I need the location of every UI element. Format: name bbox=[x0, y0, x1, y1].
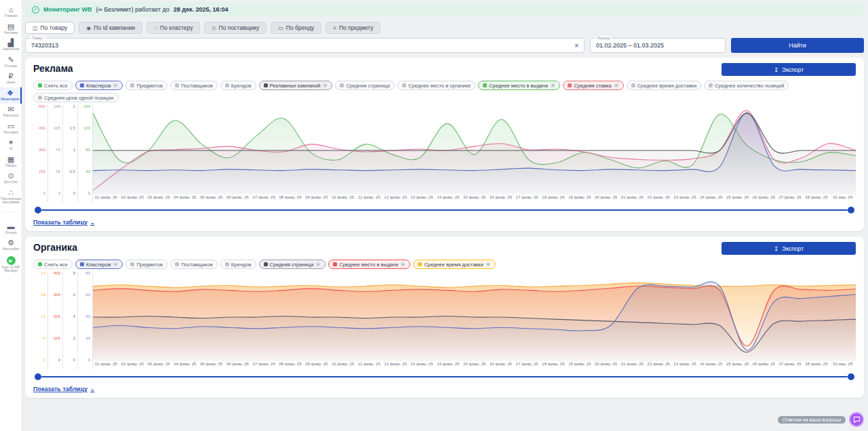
plot-area[interactable]: 01 февр. 2502 февр. 2503 февр. 2504 февр… bbox=[93, 272, 856, 369]
legend-swatch-icon bbox=[402, 83, 406, 87]
search-row: Товар * × Период Найти bbox=[25, 38, 864, 53]
tab-по-товару[interactable]: ◫По товару bbox=[25, 22, 75, 34]
chip-label: Среднее время доставки bbox=[424, 262, 483, 268]
remove-icon[interactable]: × bbox=[322, 83, 328, 88]
chip[interactable]: Поставщиков bbox=[170, 260, 218, 269]
y-axis: 806040200 bbox=[78, 272, 93, 369]
remove-icon[interactable]: × bbox=[614, 83, 619, 88]
sidebar-item-partners[interactable]: ∴Партнерская программа bbox=[0, 187, 22, 207]
sidebar-item-ads[interactable]: ▤Реклама bbox=[0, 21, 22, 38]
chip[interactable]: Снять все bbox=[33, 81, 73, 90]
legend-swatch-icon bbox=[175, 262, 179, 266]
slider-track[interactable] bbox=[41, 376, 848, 377]
sidebar-item-reviews[interactable]: ✎Отзывы bbox=[0, 54, 22, 71]
chip-label: Поставщиков bbox=[181, 83, 213, 89]
y-axis-tick: 35 bbox=[56, 169, 60, 173]
sidebar-item-label: Отзывы bbox=[5, 64, 17, 68]
chip[interactable]: Кластеров× bbox=[75, 260, 123, 269]
chip[interactable]: Средняя ставка× bbox=[563, 81, 623, 90]
chip[interactable]: Среднее количество позиций bbox=[704, 81, 789, 90]
chip[interactable]: Брендов bbox=[220, 81, 256, 90]
sidebar-item-prices[interactable]: ₽Цены bbox=[0, 70, 22, 87]
remove-icon[interactable]: × bbox=[315, 262, 321, 267]
chip[interactable]: Средняя цена одной позиции bbox=[33, 93, 119, 102]
sidebar-item-payment[interactable]: ▬Оплата bbox=[0, 221, 22, 238]
export-button-organika[interactable]: ↧ Экспорт bbox=[722, 242, 856, 255]
chip[interactable]: Снять все bbox=[33, 260, 73, 269]
period-input[interactable] bbox=[596, 42, 719, 49]
y-axis-tick: 8 bbox=[73, 271, 75, 275]
tab-по-предмету[interactable]: ≡По предмету bbox=[326, 22, 380, 34]
tab-label: По кластеру bbox=[160, 24, 193, 31]
show-table-link-reklama[interactable]: Показать таблицу ⌄ bbox=[33, 219, 95, 226]
mail-icon: ✉ bbox=[7, 106, 14, 113]
chip[interactable]: Среднее время доставки× bbox=[413, 260, 495, 269]
sidebar-item-access[interactable]: ⊙Доступы bbox=[0, 170, 22, 187]
chip[interactable]: Поставщиков bbox=[170, 81, 218, 90]
period-field[interactable]: Период bbox=[590, 38, 726, 53]
chip[interactable]: Предметов bbox=[125, 260, 167, 269]
sidebar-item-analytics[interactable]: ▟Аналитика bbox=[0, 37, 22, 54]
product-field[interactable]: Товар * × bbox=[25, 38, 585, 53]
clear-icon[interactable]: × bbox=[570, 42, 578, 49]
slider-handle-right[interactable] bbox=[848, 373, 854, 380]
sidebar-item-home[interactable]: ⌂Главная bbox=[0, 4, 22, 21]
x-axis-tick: 27 февр. 25 bbox=[777, 195, 804, 199]
export-button-reklama[interactable]: ↧ Экспорт bbox=[722, 63, 856, 76]
sidebar-item-mail[interactable]: ✉Рассылки bbox=[0, 104, 22, 121]
chip[interactable]: Среднее время доставки bbox=[627, 81, 701, 90]
tab-по-id-кампании[interactable]: ◉По Id кампании bbox=[79, 22, 142, 34]
y-axis-tick: 200 bbox=[54, 314, 60, 319]
sidebar-item-products[interactable]: ▦Товары bbox=[0, 154, 22, 171]
y-axis-tick: 0 bbox=[73, 358, 75, 362]
slider-track[interactable] bbox=[41, 209, 848, 211]
remove-icon[interactable]: × bbox=[113, 262, 118, 267]
x-axis-tick: 07 февр. 25 bbox=[251, 195, 277, 199]
plot-area[interactable]: 01 февр. 2502 февр. 2503 февр. 2504 февр… bbox=[93, 105, 856, 203]
show-table-link-organika[interactable]: Показать таблицу ⌄ bbox=[33, 386, 95, 392]
chevron-down-icon: ⌄ bbox=[90, 386, 95, 392]
sidebar-item-label: Курс по MP Manager bbox=[0, 266, 22, 273]
chip[interactable]: Среднее место в выдаче× bbox=[478, 81, 560, 90]
x-axis-tick: 16 февр. 25 bbox=[488, 195, 514, 199]
range-slider-reklama[interactable] bbox=[35, 205, 854, 215]
sidebar-item-course[interactable]: ▶Курс по MP Manager bbox=[0, 254, 22, 276]
remove-icon[interactable]: × bbox=[550, 83, 555, 88]
sidebar-item-supply[interactable]: ▭Поставки bbox=[0, 121, 22, 138]
tab-по-бренду[interactable]: ▭По бренду bbox=[271, 22, 321, 34]
sidebar: ⌂Главная▤Реклама▟Аналитика✎Отзывы₽Цены❖М… bbox=[0, 0, 22, 431]
analytics-icon: ▟ bbox=[8, 39, 14, 47]
chip[interactable]: Среднее место в органике bbox=[397, 81, 475, 90]
y-axis-tick: 105 bbox=[54, 126, 60, 130]
chip[interactable]: Средняя страница× bbox=[259, 260, 326, 269]
x-axis-tick: 04 февр. 25 bbox=[172, 195, 198, 199]
y-axis-tick: 0 bbox=[58, 358, 60, 362]
sidebar-item-settings[interactable]: ⚙Настройки bbox=[0, 237, 22, 254]
slider-handle-right[interactable] bbox=[848, 207, 854, 213]
sidebar-item-ai[interactable]: ✶AI bbox=[0, 137, 22, 154]
tab-по-поставщику[interactable]: ◇По поставщику bbox=[204, 22, 267, 34]
x-axis-tick: 04 февр. 25 bbox=[172, 362, 198, 366]
y-axis: 24181260 bbox=[33, 272, 48, 369]
slider-handle-left[interactable] bbox=[35, 373, 41, 380]
x-axis-tick: 14 февр. 25 bbox=[435, 362, 461, 366]
chat-button[interactable] bbox=[849, 412, 864, 427]
x-axis-tick: 12 февр. 25 bbox=[382, 195, 409, 199]
x-axis-tick: 17 февр. 25 bbox=[514, 362, 540, 366]
chip[interactable]: Средняя страница bbox=[335, 81, 395, 90]
remove-icon[interactable]: × bbox=[486, 262, 491, 267]
sidebar-item-monitoring[interactable]: ❖Мониторинг bbox=[0, 87, 22, 104]
chip[interactable]: Брендов bbox=[220, 260, 256, 269]
section-title-reklama: Реклама bbox=[33, 63, 73, 74]
find-button[interactable]: Найти bbox=[731, 38, 864, 53]
remove-icon[interactable]: × bbox=[400, 262, 406, 267]
product-input[interactable] bbox=[31, 42, 570, 49]
remove-icon[interactable]: × bbox=[113, 83, 118, 88]
chip[interactable]: Кластеров× bbox=[75, 81, 123, 90]
range-slider-organika[interactable] bbox=[35, 372, 854, 382]
chip[interactable]: Рекламных кампаний× bbox=[259, 81, 333, 90]
tab-по-кластеру[interactable]: ∴По кластеру bbox=[146, 22, 200, 34]
chip[interactable]: Предметов bbox=[125, 81, 167, 90]
chip[interactable]: Среднее место в выдаче× bbox=[328, 260, 410, 269]
slider-handle-left[interactable] bbox=[35, 207, 41, 213]
